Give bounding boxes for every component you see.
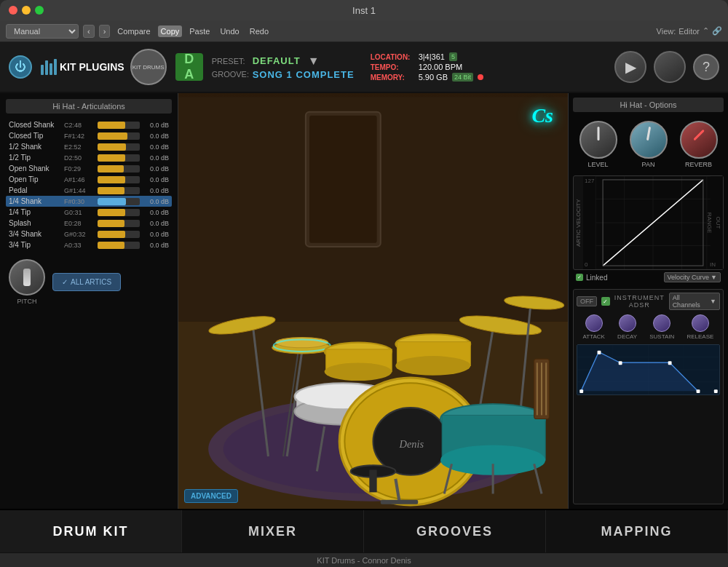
play-button[interactable]: ▶	[614, 51, 646, 83]
sustain-knob-container: SUSTAIN	[649, 314, 674, 340]
tab-mixer[interactable]: MIXER	[182, 510, 364, 552]
linked-row: ✓ Linked Velocity Curve ▼	[573, 270, 724, 285]
redo-button[interactable]: Redo	[247, 25, 272, 37]
adsr-enable-checkbox[interactable]: ✓	[601, 297, 610, 306]
svg-point-33	[395, 356, 470, 376]
copy-button[interactable]: Copy	[158, 25, 183, 37]
location-label: LOCATION:	[371, 53, 414, 61]
minimize-button[interactable]	[22, 6, 31, 15]
groove-row: GROOVE: SONG 1 COMPLETE	[212, 69, 355, 80]
power-button[interactable]: ⏻	[9, 55, 32, 79]
velocity-chart-area[interactable]: 127 0 IN OUT RANGE	[583, 176, 723, 269]
svg-rect-72	[697, 389, 700, 393]
adsr-off-button[interactable]: OFF	[577, 296, 597, 306]
artic-name-1: Closed Tip	[9, 132, 61, 140]
fullscreen-button[interactable]	[35, 6, 44, 15]
articulation-row-4[interactable]: Open Shank F0:29 0.0 dB	[6, 163, 172, 174]
artic-note-8: G0:31	[64, 209, 95, 216]
articulation-row-1[interactable]: Closed Tip F#1:42 0.0 dB	[6, 130, 172, 141]
artic-bar-2	[98, 143, 126, 151]
artic-bar-6	[98, 187, 124, 194]
artic-db-1: 0.0 dB	[143, 132, 169, 140]
articulation-row-5[interactable]: Open Tip A#1:46 0.0 dB	[6, 174, 172, 185]
artic-bar-4	[98, 165, 124, 173]
reverb-knob[interactable]	[680, 121, 718, 159]
help-button[interactable]: ?	[693, 54, 719, 80]
artic-bar-1	[98, 132, 127, 140]
artic-note-10: G#0:32	[64, 231, 95, 238]
pan-knob[interactable]	[630, 121, 668, 159]
artic-bar-8	[98, 209, 125, 216]
preset-dropdown-icon[interactable]: ▼	[308, 55, 320, 68]
preset-dropdown[interactable]: Manual	[6, 24, 79, 39]
tab-grooves[interactable]: GROOVES	[364, 510, 546, 552]
linked-label: Linked	[586, 274, 607, 282]
hihat-options-title: Hi Hat - Options	[573, 98, 724, 112]
groove-value: SONG 1 COMPLETE	[253, 69, 355, 80]
decay-knob[interactable]	[619, 314, 636, 332]
artic-name-9: Splash	[9, 219, 61, 227]
artic-db-10: 0.0 dB	[143, 231, 169, 238]
adsr-section: OFF ✓ INSTRUMENT ADSR All Channels ▼ ATT…	[573, 289, 724, 504]
artic-bar-container-2	[98, 143, 140, 151]
artic-note-2: E2:52	[64, 143, 95, 151]
articulation-row-6[interactable]: Pedal G#1:44 0.0 dB	[6, 185, 172, 196]
velocity-curve-svg	[583, 176, 723, 269]
tab-drum-kit[interactable]: DRUM KIT	[0, 510, 182, 552]
adsr-channel-dropdown[interactable]: All Channels ▼	[669, 293, 720, 310]
artic-bar-container-6	[98, 187, 140, 194]
pitch-label: PITCH	[9, 298, 45, 305]
tempo-row: TEMPO: 120.00 BPM	[371, 63, 483, 71]
memory-row: MEMORY: 5.90 GB 24 Bit	[371, 73, 483, 82]
svg-rect-4	[309, 116, 377, 243]
pan-knob-label: PAN	[642, 161, 655, 168]
view-selector[interactable]: View: Editor ⌃ 🔗	[657, 26, 722, 36]
adsr-channel-arrow: ▼	[710, 298, 716, 305]
adsr-chart[interactable]	[577, 344, 720, 395]
velocity-curve-dropdown[interactable]: Velocity Curve ▼	[664, 272, 721, 282]
velocity-curve-arrow: ▼	[711, 274, 717, 281]
drum-kit-svg: Denis	[178, 93, 568, 509]
artic-bar-container-5	[98, 176, 140, 183]
compare-button[interactable]: Compare	[114, 25, 153, 37]
all-artics-button[interactable]: ✓ ALL ARTICS	[52, 273, 121, 291]
articulation-row-0[interactable]: Closed Shank C2:48 0.0 dB	[6, 119, 172, 130]
advanced-button[interactable]: ADVANCED	[184, 489, 238, 503]
toolbar: Manual ‹ › Compare Copy Paste Undo Redo …	[0, 20, 728, 42]
articulation-row-3[interactable]: 1/2 Tip D2:50 0.0 dB	[6, 152, 172, 163]
neon-sign: Cs	[531, 104, 553, 127]
paste-button[interactable]: Paste	[186, 25, 213, 37]
adsr-curve-svg	[577, 345, 719, 394]
attack-knob[interactable]	[585, 314, 603, 332]
location-info: LOCATION: 3|4|361 5 TEMPO: 120.00 BPM ME…	[371, 52, 483, 82]
artic-db-2: 0.0 dB	[143, 143, 169, 151]
linked-checkbox[interactable]: ✓	[576, 274, 583, 281]
articulation-row-11[interactable]: 3/4 Tip A0:33 0.0 dB	[6, 239, 172, 250]
transport-knob[interactable]	[654, 51, 686, 83]
bottom-nav: DRUM KIT MIXER GROOVES MAPPING	[0, 509, 728, 552]
undo-button[interactable]: Undo	[217, 25, 242, 37]
level-knob-container: LEVEL	[579, 121, 617, 168]
level-knob[interactable]	[579, 121, 617, 159]
pitch-knob[interactable]	[9, 259, 45, 296]
svg-rect-43	[381, 500, 418, 504]
release-knob[interactable]	[692, 314, 709, 332]
articulation-row-9[interactable]: Splash E0:28 0.0 dB	[6, 218, 172, 229]
sustain-knob[interactable]	[653, 314, 670, 332]
nav-back-button[interactable]: ‹	[83, 25, 95, 38]
release-knob-label: RELEASE	[687, 333, 713, 340]
preset-row: PRESET: DEFAULT ▼	[212, 55, 355, 68]
close-button[interactable]	[9, 6, 17, 15]
articulation-row-10[interactable]: 3/4 Shank G#0:32 0.0 dB	[6, 229, 172, 239]
artic-bar-container-0	[98, 122, 140, 129]
articulation-row-7[interactable]: 1/4 Shank F#0:30 0.0 dB	[6, 196, 172, 207]
nav-forward-button[interactable]: ›	[99, 25, 111, 38]
artic-name-5: Open Tip	[9, 175, 61, 183]
level-knob-indicator	[597, 127, 599, 140]
velocity-section: ARTIC VELOCITY 127 0 IN OUT RANGE	[573, 175, 724, 285]
tab-mapping[interactable]: MAPPING	[546, 510, 728, 552]
articulation-row-8[interactable]: 1/4 Tip G0:31 0.0 dB	[6, 207, 172, 218]
articulation-row-2[interactable]: 1/2 Shank E2:52 0.0 dB	[6, 141, 172, 152]
artic-bar-container-8	[98, 209, 140, 216]
kit-drum-badge: KIT DRUMS	[130, 49, 167, 85]
